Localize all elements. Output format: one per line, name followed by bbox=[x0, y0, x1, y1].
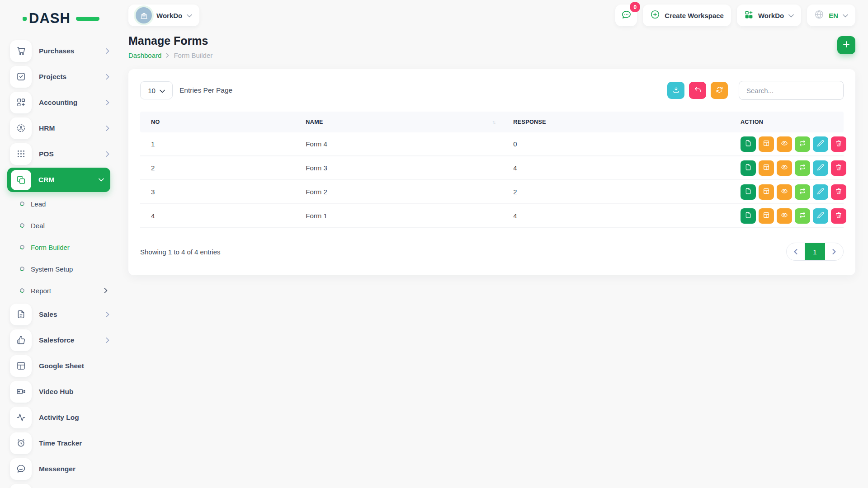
fields-button[interactable] bbox=[759, 136, 774, 152]
fields-button[interactable] bbox=[759, 184, 774, 200]
edit-button[interactable] bbox=[813, 208, 828, 224]
sidebar-item-hrm[interactable]: HRM bbox=[0, 115, 117, 141]
breadcrumb-dashboard-link[interactable]: Dashboard bbox=[128, 52, 161, 59]
sidebar-subitem-label: Lead bbox=[31, 200, 46, 208]
workspace-avatar bbox=[136, 7, 152, 23]
sidebar-subitem-deal[interactable]: Deal bbox=[0, 215, 117, 236]
sidebar-item-salesforce[interactable]: Salesforce bbox=[0, 327, 117, 353]
sidebar-item-activity-log[interactable]: Activity Log bbox=[0, 404, 117, 430]
column-header-name[interactable]: NAME ↑↓ bbox=[295, 119, 502, 125]
export-button[interactable] bbox=[667, 82, 684, 99]
sidebar-subitem-label: Report bbox=[31, 287, 51, 295]
workspace-name: WorkDo bbox=[156, 12, 182, 19]
circle-icon bbox=[19, 244, 25, 250]
eye-icon bbox=[781, 164, 788, 172]
delete-button[interactable] bbox=[831, 208, 846, 224]
sidebar-item-label: Activity Log bbox=[39, 413, 79, 422]
entries-summary: Showing 1 to 4 of 4 entries bbox=[140, 248, 221, 256]
sidebar-item-time-tracker[interactable]: Time Tracker bbox=[0, 430, 117, 456]
row-actions bbox=[730, 136, 844, 152]
cell-name: Form 4 bbox=[295, 140, 502, 148]
entries-button[interactable] bbox=[741, 160, 756, 176]
view-button[interactable] bbox=[777, 136, 792, 152]
cell-no: 2 bbox=[140, 164, 295, 172]
sidebar-subitem-system-setup[interactable]: System Setup bbox=[0, 258, 117, 280]
convert-button[interactable] bbox=[795, 208, 810, 224]
notifications-button[interactable]: 0 bbox=[615, 5, 637, 26]
cell-response: 0 bbox=[502, 140, 730, 148]
previous-page-button[interactable] bbox=[787, 243, 805, 260]
view-button[interactable] bbox=[777, 208, 792, 224]
plus-circle-icon bbox=[650, 9, 660, 21]
sidebar-item-purchases[interactable]: Purchases bbox=[0, 38, 117, 64]
sidebar-subitem-lead[interactable]: Lead bbox=[0, 193, 117, 215]
view-button[interactable] bbox=[777, 184, 792, 200]
sidebar-item-video-hub[interactable]: Video Hub bbox=[0, 379, 117, 404]
convert-button[interactable] bbox=[795, 136, 810, 152]
category-icon bbox=[10, 92, 32, 113]
reset-button[interactable] bbox=[689, 82, 706, 99]
table-icon bbox=[763, 188, 770, 196]
entries-select[interactable]: 10 bbox=[140, 81, 173, 99]
sidebar-item-vehicle-inspection[interactable]: Vehicle Inspection bbox=[0, 482, 117, 488]
fields-button[interactable] bbox=[759, 208, 774, 224]
file-icon bbox=[745, 164, 752, 172]
fields-button[interactable] bbox=[759, 160, 774, 176]
card-footer: Showing 1 to 4 of 4 entries 1 bbox=[140, 243, 844, 261]
sort-icon[interactable]: ↑↓ bbox=[492, 119, 495, 125]
delete-button[interactable] bbox=[831, 136, 846, 152]
topbar-right: 0 Create Workspace WorkDo EN bbox=[615, 5, 855, 26]
table-row: 2 Form 3 4 bbox=[140, 156, 844, 180]
entries-button[interactable] bbox=[741, 136, 756, 152]
shuffle-icon bbox=[799, 164, 806, 172]
create-workspace-label: Create Workspace bbox=[665, 12, 724, 19]
sidebar-subitem-form-builder[interactable]: Form Builder bbox=[0, 236, 117, 258]
sidebar-item-sales[interactable]: Sales bbox=[0, 301, 117, 327]
search-input[interactable] bbox=[739, 81, 844, 100]
convert-button[interactable] bbox=[795, 160, 810, 176]
sidebar-item-pos[interactable]: POS bbox=[0, 141, 117, 167]
convert-button[interactable] bbox=[795, 184, 810, 200]
trash-icon bbox=[835, 211, 842, 220]
page-number-button[interactable]: 1 bbox=[805, 243, 825, 260]
sidebar-item-label: Projects bbox=[39, 73, 66, 81]
brand-logo[interactable]: DASH bbox=[29, 10, 97, 27]
sidebar-item-label: POS bbox=[39, 150, 54, 158]
chevron-right-icon bbox=[106, 312, 109, 317]
grid-plus-icon bbox=[744, 10, 754, 21]
delete-button[interactable] bbox=[831, 160, 846, 176]
shuffle-icon bbox=[799, 188, 806, 196]
add-form-button[interactable] bbox=[837, 36, 855, 54]
workspace-selector[interactable]: WorkDo bbox=[128, 5, 199, 26]
sidebar-item-accounting[interactable]: Accounting bbox=[0, 89, 117, 115]
sidebar-item-crm[interactable]: CRM bbox=[7, 168, 110, 192]
file-text-icon bbox=[10, 304, 32, 325]
sidebar-item-projects[interactable]: Projects bbox=[0, 64, 117, 89]
pencil-icon bbox=[817, 140, 824, 148]
column-header-action: ACTION bbox=[730, 119, 844, 125]
sidebar-item-label: Accounting bbox=[39, 99, 77, 107]
language-label: EN bbox=[829, 12, 838, 19]
cell-response: 2 bbox=[502, 188, 730, 196]
view-button[interactable] bbox=[777, 160, 792, 176]
column-header-no[interactable]: NO bbox=[140, 119, 295, 125]
entries-button[interactable] bbox=[741, 208, 756, 224]
refresh-button[interactable] bbox=[711, 82, 728, 99]
create-workspace-button[interactable]: Create Workspace bbox=[643, 5, 731, 26]
sidebar-item-google-sheet[interactable]: Google Sheet bbox=[0, 353, 117, 379]
next-page-button[interactable] bbox=[825, 243, 843, 260]
edit-button[interactable] bbox=[813, 184, 828, 200]
sidebar-subitem-report[interactable]: Report bbox=[0, 280, 117, 301]
delete-button[interactable] bbox=[831, 184, 846, 200]
sidebar-item-messenger[interactable]: Messenger bbox=[0, 456, 117, 482]
workdo-menu-button[interactable]: WorkDo bbox=[737, 5, 801, 26]
table-icon bbox=[10, 355, 32, 377]
language-selector[interactable]: EN bbox=[807, 5, 855, 26]
sidebar-subitem-label: System Setup bbox=[31, 265, 73, 273]
edit-button[interactable] bbox=[813, 136, 828, 152]
column-header-response[interactable]: RESPONSE bbox=[502, 119, 730, 125]
entries-button[interactable] bbox=[741, 184, 756, 200]
cell-response: 4 bbox=[502, 164, 730, 172]
edit-button[interactable] bbox=[813, 160, 828, 176]
row-actions bbox=[730, 184, 844, 200]
